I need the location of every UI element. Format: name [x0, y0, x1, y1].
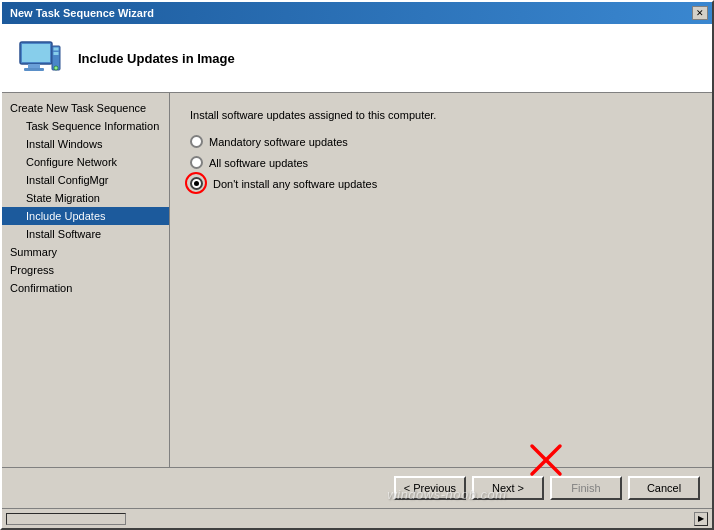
- radio-all-indicator: [190, 156, 203, 169]
- radio-mandatory-label: Mandatory software updates: [209, 136, 348, 148]
- sidebar-item-install-configmgr[interactable]: Install ConfigMgr: [2, 171, 169, 189]
- bottom-bar: ▶: [2, 508, 712, 528]
- scroll-right-btn[interactable]: ▶: [694, 512, 708, 526]
- radio-none-indicator: [190, 177, 203, 190]
- sidebar-item-include-updates[interactable]: Include Updates: [2, 207, 169, 225]
- finish-button[interactable]: Finish: [550, 476, 622, 500]
- title-bar: New Task Sequence Wizard ✕: [2, 2, 712, 24]
- radio-none-label: Don't install any software updates: [213, 178, 377, 190]
- sidebar-item-summary[interactable]: Summary: [2, 243, 169, 261]
- previous-button[interactable]: < Previous: [394, 476, 466, 500]
- svg-rect-1: [22, 44, 50, 62]
- svg-rect-5: [54, 48, 59, 51]
- header-title: Include Updates in Image: [78, 51, 235, 66]
- status-bar-panel: [6, 513, 126, 525]
- main-panel: Install software updates assigned to thi…: [170, 93, 712, 467]
- wizard-icon: [16, 34, 64, 82]
- sidebar-item-configure-network[interactable]: Configure Network: [2, 153, 169, 171]
- sidebar: Create New Task Sequence Task Sequence I…: [2, 93, 170, 467]
- sidebar-item-progress[interactable]: Progress: [2, 261, 169, 279]
- sidebar-item-confirmation[interactable]: Confirmation: [2, 279, 169, 297]
- footer: < Previous Next > Finish Cancel: [2, 467, 712, 508]
- sidebar-item-create-new[interactable]: Create New Task Sequence: [2, 99, 169, 117]
- svg-point-7: [54, 66, 58, 70]
- sidebar-item-install-windows[interactable]: Install Windows: [2, 135, 169, 153]
- window-title: New Task Sequence Wizard: [10, 7, 154, 19]
- next-button[interactable]: Next >: [472, 476, 544, 500]
- radio-item-none[interactable]: Don't install any software updates: [190, 177, 692, 190]
- annotation-circle-none: [190, 177, 203, 190]
- close-button[interactable]: ✕: [692, 6, 708, 20]
- content-area: Create New Task Sequence Task Sequence I…: [2, 93, 712, 467]
- sidebar-item-state-migration[interactable]: State Migration: [2, 189, 169, 207]
- sidebar-item-install-software[interactable]: Install Software: [2, 225, 169, 243]
- radio-group: Mandatory software updates All software …: [190, 135, 692, 190]
- title-bar-controls: ✕: [692, 6, 708, 20]
- header-area: Include Updates in Image: [2, 24, 712, 93]
- svg-rect-6: [54, 52, 59, 55]
- radio-mandatory-indicator: [190, 135, 203, 148]
- wizard-window: New Task Sequence Wizard ✕ Include Updat…: [0, 0, 714, 530]
- radio-all-label: All software updates: [209, 157, 308, 169]
- sidebar-item-task-sequence-info[interactable]: Task Sequence Information: [2, 117, 169, 135]
- svg-rect-3: [24, 68, 44, 71]
- cancel-button[interactable]: Cancel: [628, 476, 700, 500]
- radio-item-all[interactable]: All software updates: [190, 156, 692, 169]
- radio-item-mandatory[interactable]: Mandatory software updates: [190, 135, 692, 148]
- instruction-text: Install software updates assigned to thi…: [190, 109, 692, 121]
